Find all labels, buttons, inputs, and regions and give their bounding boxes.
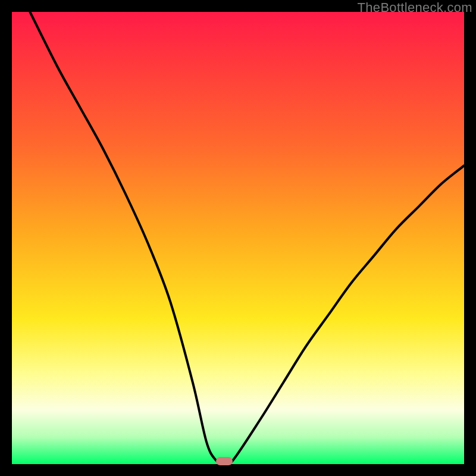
optimum-marker: [216, 457, 233, 465]
chart-canvas: TheBottleneck.com: [0, 0, 476, 476]
curve-svg: [12, 12, 464, 464]
bottleneck-curve: [30, 12, 464, 464]
plot-area: [12, 12, 464, 464]
